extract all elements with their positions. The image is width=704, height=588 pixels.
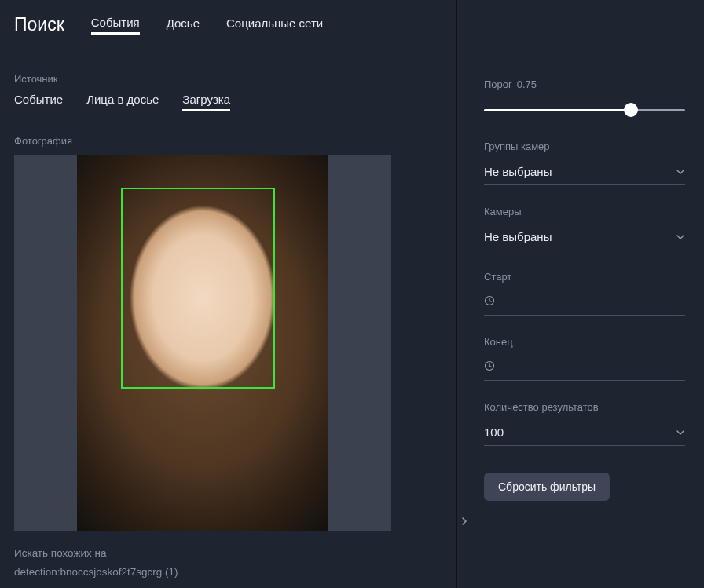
result-count-select[interactable]: 100 [484, 421, 685, 446]
photo-label: Фотография [14, 135, 442, 147]
source-label: Источник [14, 73, 442, 85]
header: Поиск События Досье Социальные сети [14, 14, 442, 35]
similar-label: Искать похожих на [14, 544, 442, 563]
threshold-value: 0.75 [517, 79, 537, 90]
camera-groups-label: Группы камер [484, 141, 685, 152]
tab-dossier[interactable]: Досье [167, 16, 200, 33]
chevron-down-icon [676, 232, 685, 242]
source-tab-dossier-faces[interactable]: Лица в досье [86, 93, 159, 111]
photo-image [77, 155, 328, 531]
source-tab-upload[interactable]: Загрузка [182, 93, 230, 111]
start-datetime[interactable] [484, 290, 685, 316]
camera-groups-value: Не выбраны [484, 165, 552, 178]
source-tab-event[interactable]: Событие [14, 93, 63, 111]
slider-thumb[interactable] [624, 103, 638, 117]
cameras-select[interactable]: Не выбраны [484, 225, 685, 250]
slider-fill [484, 109, 631, 111]
end-label: Конец [484, 336, 685, 348]
collapse-panel-handle[interactable] [457, 513, 471, 530]
similar-value: detection:bnoccsjoskof2t7sgcrg (1) [14, 563, 442, 582]
result-count-value: 100 [484, 425, 504, 439]
photo-preview[interactable] [14, 155, 391, 531]
chevron-down-icon [676, 428, 685, 437]
start-label: Старт [484, 271, 685, 283]
source-tabs: Событие Лица в досье Загрузка [14, 93, 442, 111]
cameras-value: Не выбраны [484, 230, 552, 243]
threshold-slider[interactable] [484, 103, 685, 117]
threshold-label-row: Порог 0.75 [484, 79, 685, 90]
chevron-right-icon [461, 517, 468, 526]
tab-social[interactable]: Социальные сети [226, 16, 323, 33]
tab-events[interactable]: События [91, 16, 140, 35]
right-pane: Порог 0.75 Группы камер Не выбраны Камер… [457, 0, 704, 588]
slider-rail [484, 109, 685, 111]
cameras-label: Камеры [484, 206, 685, 217]
clock-icon [484, 360, 495, 374]
chevron-down-icon [676, 167, 685, 177]
result-count-label: Количество результатов [484, 401, 685, 413]
threshold-label: Порог [484, 79, 512, 90]
page-title: Поиск [14, 14, 64, 35]
left-pane: Поиск События Досье Социальные сети Исто… [0, 0, 456, 588]
clock-icon [484, 295, 495, 309]
camera-groups-select[interactable]: Не выбраны [484, 160, 685, 185]
end-datetime[interactable] [484, 356, 685, 381]
reset-filters-button[interactable]: Сбросить фильтры [484, 473, 610, 501]
similar-block: Искать похожих на detection:bnoccsjoskof… [14, 544, 442, 583]
